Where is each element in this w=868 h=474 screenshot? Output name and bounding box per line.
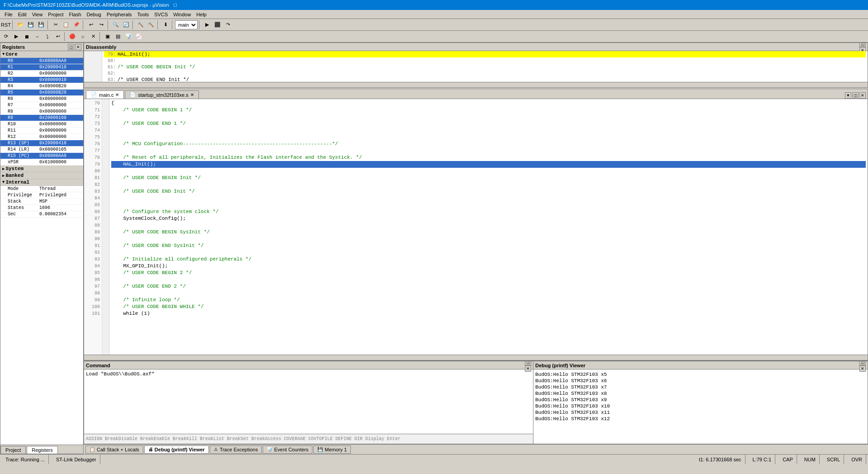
tb-bp-disable[interactable]: ○ xyxy=(78,32,88,42)
menu-item-window[interactable]: Window xyxy=(170,11,193,18)
tb-dbg-next[interactable]: ⤵ xyxy=(42,32,52,42)
maximize-button[interactable]: □ xyxy=(169,0,182,9)
menu-item-edit[interactable]: Edit xyxy=(15,11,29,18)
system-group-header[interactable]: ▶ System xyxy=(0,166,83,172)
disasm-line: 83: /* USER CODE END Init */ xyxy=(104,76,866,82)
registers-close-button[interactable]: ✕ xyxy=(75,44,81,50)
tb-save-all[interactable]: 💾 xyxy=(36,20,46,30)
bottom-tab-memory-1[interactable]: 💾Memory 1 xyxy=(313,446,351,454)
status-scrl: SCRL xyxy=(823,455,844,464)
tb-find[interactable]: 🔍 xyxy=(111,20,121,30)
bottom-tab-call-stack---locals[interactable]: 📋Call Stack + Locals xyxy=(85,446,143,454)
reg-row-r0[interactable]: R00x08000AA9 xyxy=(0,58,83,64)
menu-item-file[interactable]: File xyxy=(2,11,15,18)
tb-rebuild[interactable]: 🔨 xyxy=(146,20,156,30)
bottom-tab-trace-exceptions[interactable]: ⚠Trace Exceptions xyxy=(210,446,262,454)
reg-row-r3[interactable]: R30x08000910 xyxy=(0,77,83,83)
tb-run[interactable]: ▶ xyxy=(202,20,212,30)
core-group-header[interactable]: ▼ Core xyxy=(0,51,83,58)
tb-paste[interactable]: 📌 xyxy=(71,20,81,30)
menu-item-debug[interactable]: Debug xyxy=(84,11,104,18)
tb-logic[interactable]: 📈 xyxy=(134,32,144,42)
reg-value: 0x00000000 xyxy=(39,71,66,76)
menu-item-peripherals[interactable]: Peripherals xyxy=(104,11,135,18)
menu-item-flash[interactable]: Flash xyxy=(66,11,84,18)
line-number: 72 xyxy=(84,114,100,120)
tb-dbg-run[interactable]: ▶ xyxy=(11,32,21,42)
tb-cut[interactable]: ✂ xyxy=(51,20,61,30)
tb-dbg-reset[interactable]: ⟳ xyxy=(1,32,11,42)
tb-bp-toggle[interactable]: 🔴 xyxy=(67,32,77,42)
reg-row-r11[interactable]: R110x00000000 xyxy=(0,128,83,134)
registers-tab[interactable]: Registers xyxy=(27,446,57,454)
tb-dbg-step[interactable]: → xyxy=(32,32,42,42)
disassembly-float-btn[interactable]: ◫ xyxy=(859,43,866,47)
registers-float-button[interactable]: ◫ xyxy=(68,44,74,50)
reg-row-r9[interactable]: R90x20000160 xyxy=(0,115,83,121)
reg-row-r15--pc-[interactable]: R15 (PC)0x08000AA8 xyxy=(0,153,83,159)
menu-item-view[interactable]: View xyxy=(29,11,46,18)
tb-build[interactable]: 🔨 xyxy=(136,20,146,30)
menu-item-project[interactable]: Project xyxy=(45,11,66,18)
code-content[interactable]: { /* USER CODE BEGIN 1 */ /* USER CODE E… xyxy=(109,99,868,355)
bottom-tab-debug--printf--viewer[interactable]: 🖨Debug (printf) Viewer xyxy=(144,446,209,454)
menu-item-help[interactable]: Help xyxy=(193,11,209,18)
rst-button[interactable]: RST xyxy=(1,20,11,30)
internal-rows-list: ModeThreadPrivilegePrivilegedStackMSPSta… xyxy=(0,186,83,218)
reg-row-xpsr[interactable]: xPSR0x61000000 xyxy=(0,159,83,166)
debug-printf-float-btn[interactable]: ◫ xyxy=(859,361,866,365)
editor-tab-main-c[interactable]: 📄main.c✕ xyxy=(86,90,124,99)
editor-tab-close[interactable]: ✕ xyxy=(115,92,119,97)
tb-stop[interactable]: ⬛ xyxy=(212,20,222,30)
reg-row-r6[interactable]: R60x00000000 xyxy=(0,96,83,102)
tb-dbg-return[interactable]: ↩ xyxy=(53,32,63,42)
tb-open[interactable]: 📂 xyxy=(15,20,25,30)
reg-row-r10[interactable]: R100x00000000 xyxy=(0,121,83,128)
tb-download[interactable]: ⬇ xyxy=(160,20,170,30)
disasm-line: 80: xyxy=(104,57,866,64)
editor-tab-startup-stm32f103xe-s[interactable]: 📄startup_stm32f103xe.s✕ xyxy=(125,90,198,99)
tb-copy[interactable]: 📋 xyxy=(61,20,71,30)
bottom-area: Command ◫ ✕ Load "BudOS\\BudOS.axf" ASSI… xyxy=(84,360,868,444)
tb-replace[interactable]: 🔄 xyxy=(121,20,131,30)
editor-close-btn[interactable]: ✕ xyxy=(859,92,866,99)
project-tab[interactable]: Project xyxy=(0,446,26,454)
reg-row-r4[interactable]: R40x08000B20 xyxy=(0,83,83,90)
command-float-btn[interactable]: ◫ xyxy=(525,361,531,365)
reg-name: R10 xyxy=(8,122,39,127)
reg-row-r13--sp-[interactable]: R13 (SP)0x20000418 xyxy=(0,140,83,147)
tb-bp-kill[interactable]: ✕ xyxy=(88,32,98,42)
disasm-scrollbar-h[interactable] xyxy=(84,82,868,87)
banked-group-header[interactable]: ▶ Banked xyxy=(0,172,83,179)
reg-row-r12[interactable]: R120x00000000 xyxy=(0,134,83,140)
tb-step-over[interactable]: ↷ xyxy=(223,20,233,30)
tb-undo[interactable]: ↩ xyxy=(86,20,96,30)
reg-row-r8[interactable]: R80x00000000 xyxy=(0,109,83,115)
reg-row-r5[interactable]: R50x08000B20 xyxy=(0,90,83,96)
reg-row-r7[interactable]: R70x00000000 xyxy=(0,102,83,109)
tb-window[interactable]: ▣ xyxy=(103,32,113,42)
tb-dbg-stop[interactable]: ⏹ xyxy=(22,32,32,42)
reg-row-r14--lr-[interactable]: R14 (LR)0x08000105 xyxy=(0,147,83,153)
tb-mem[interactable]: ▤ xyxy=(113,32,123,42)
target-select[interactable]: main xyxy=(175,20,198,29)
reg-row-r2[interactable]: R20x00000000 xyxy=(0,71,83,77)
tb-save[interactable]: 💾 xyxy=(26,20,36,30)
tb-perf[interactable]: 📊 xyxy=(123,32,133,42)
internal-row-stack: StackMSP xyxy=(0,199,83,205)
tb-redo[interactable]: ↪ xyxy=(96,20,106,30)
status-time: t1: 6.17301668 sec xyxy=(695,455,745,464)
bottom-tab-icon: ⚠ xyxy=(214,447,218,452)
editor-tab-close-btn[interactable]: ▼ xyxy=(845,92,851,99)
internal-group-header[interactable]: ▼ Internal xyxy=(0,179,83,186)
status-caps: CAP xyxy=(779,455,797,464)
editor-float-btn[interactable]: ◫ xyxy=(852,92,859,99)
menu-item-tools[interactable]: Tools xyxy=(135,11,152,18)
reg-value: 0x20000418 xyxy=(39,141,66,146)
reg-row-r1[interactable]: R10x20000418 xyxy=(0,64,83,71)
code-scrollbar-h[interactable] xyxy=(84,355,868,360)
editor-tab-close[interactable]: ✕ xyxy=(190,92,194,97)
bottom-tab-event-counters[interactable]: 📊Event Counters xyxy=(263,446,312,454)
menu-item-svcs[interactable]: SVCS xyxy=(151,11,170,18)
disassembly-header: Disassembly ◫ ✕ xyxy=(84,43,868,51)
